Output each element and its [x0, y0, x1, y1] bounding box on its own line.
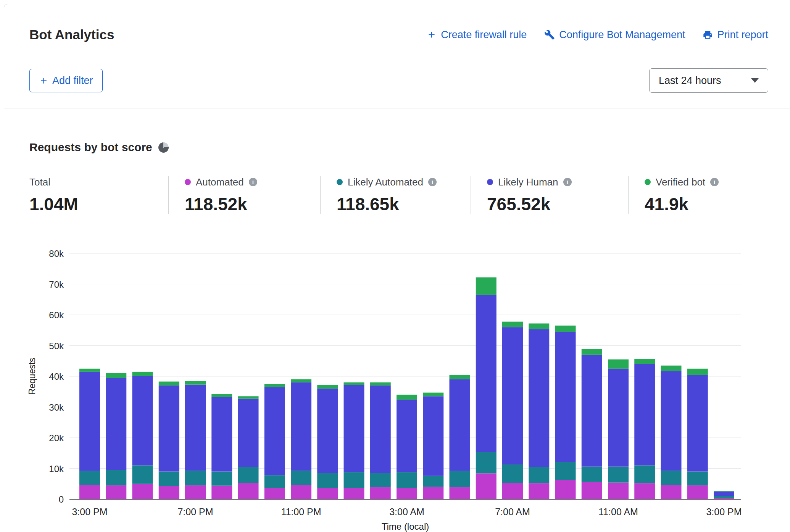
- requests-chart: 010k20k30k40k50k60k70k80k3:00 PM7:00 PM1…: [26, 246, 768, 532]
- create-firewall-rule-link[interactable]: Create firewall rule: [427, 29, 527, 41]
- stat-likely-human-value: 765.52k: [487, 195, 621, 214]
- wrench-icon: [544, 29, 555, 40]
- svg-text:80k: 80k: [49, 248, 64, 259]
- stat-verified-bot: Verified bot i 41.9k: [628, 176, 726, 214]
- stat-likely-automated-value: 118.65k: [337, 195, 463, 214]
- svg-text:3:00 AM: 3:00 AM: [389, 506, 424, 517]
- svg-text:11:00 AM: 11:00 AM: [598, 506, 638, 517]
- time-range-value: Last 24 hours: [659, 75, 721, 87]
- plus-icon: [427, 30, 437, 40]
- info-icon[interactable]: i: [710, 178, 719, 186]
- requests-by-bot-score-section: Requests by bot score Total 1.04M Automa…: [4, 140, 790, 532]
- bot-analytics-panel: Bot Analytics Create firewall rule Confi…: [4, 4, 790, 532]
- likely-automated-legend-dot: [337, 179, 343, 185]
- add-filter-button[interactable]: Add filter: [29, 69, 103, 92]
- svg-text:60k: 60k: [49, 310, 64, 320]
- svg-text:11:00 PM: 11:00 PM: [281, 506, 321, 517]
- configure-bot-management-link[interactable]: Configure Bot Management: [544, 29, 685, 41]
- stat-verified-bot-value: 41.9k: [645, 195, 719, 214]
- info-icon[interactable]: i: [428, 178, 437, 186]
- time-range-select[interactable]: Last 24 hours: [649, 68, 768, 93]
- print-report-link[interactable]: Print report: [703, 29, 768, 41]
- automated-legend-dot: [185, 179, 191, 185]
- bar-chart: 010k20k30k40k50k60k70k80k3:00 PM7:00 PM1…: [26, 246, 785, 532]
- create-firewall-rule-label: Create firewall rule: [441, 29, 527, 41]
- stat-likely-human: Likely Human i 765.52k: [471, 176, 628, 214]
- svg-text:Time (local): Time (local): [382, 521, 429, 532]
- plus-icon: [39, 76, 48, 85]
- section-title: Requests by bot score: [29, 140, 152, 154]
- svg-text:70k: 70k: [49, 279, 64, 290]
- svg-text:7:00 PM: 7:00 PM: [177, 506, 213, 517]
- stat-total-label: Total: [29, 176, 50, 188]
- stat-verified-bot-label: Verified bot: [656, 176, 705, 188]
- page-title: Bot Analytics: [29, 26, 114, 44]
- pie-chart-icon: [158, 142, 169, 153]
- svg-text:50k: 50k: [49, 341, 64, 351]
- stats-row: Total 1.04M Automated i 118.52k Likely A…: [29, 176, 768, 214]
- svg-text:3:00 PM: 3:00 PM: [72, 506, 107, 517]
- stat-likely-automated-label: Likely Automated: [348, 176, 423, 188]
- add-filter-label: Add filter: [52, 75, 93, 87]
- svg-text:7:00 AM: 7:00 AM: [495, 506, 530, 517]
- likely-human-legend-dot: [487, 179, 493, 185]
- chevron-down-icon: [751, 78, 759, 83]
- stat-total: Total 1.04M: [29, 176, 168, 214]
- svg-text:30k: 30k: [49, 402, 64, 413]
- stat-total-value: 1.04M: [29, 195, 161, 214]
- info-icon[interactable]: i: [563, 178, 572, 186]
- panel-header: Bot Analytics Create firewall rule Confi…: [4, 4, 790, 108]
- print-report-label: Print report: [717, 29, 768, 41]
- svg-text:Requests: Requests: [27, 358, 37, 395]
- stat-likely-automated: Likely Automated i 118.65k: [320, 176, 471, 214]
- verified-bot-legend-dot: [645, 179, 651, 185]
- stat-likely-human-label: Likely Human: [498, 176, 558, 188]
- svg-text:40k: 40k: [49, 371, 64, 382]
- info-icon[interactable]: i: [249, 178, 257, 186]
- svg-text:0: 0: [59, 494, 64, 505]
- svg-text:20k: 20k: [49, 433, 64, 443]
- svg-text:10k: 10k: [49, 464, 64, 474]
- header-actions: Create firewall rule Configure Bot Manag…: [427, 29, 768, 41]
- stat-automated-label: Automated: [196, 176, 244, 188]
- stat-automated: Automated i 118.52k: [168, 176, 320, 214]
- svg-text:3:00 PM: 3:00 PM: [706, 506, 742, 517]
- stat-automated-value: 118.52k: [185, 195, 313, 214]
- configure-bot-management-label: Configure Bot Management: [559, 29, 685, 41]
- printer-icon: [703, 30, 713, 40]
